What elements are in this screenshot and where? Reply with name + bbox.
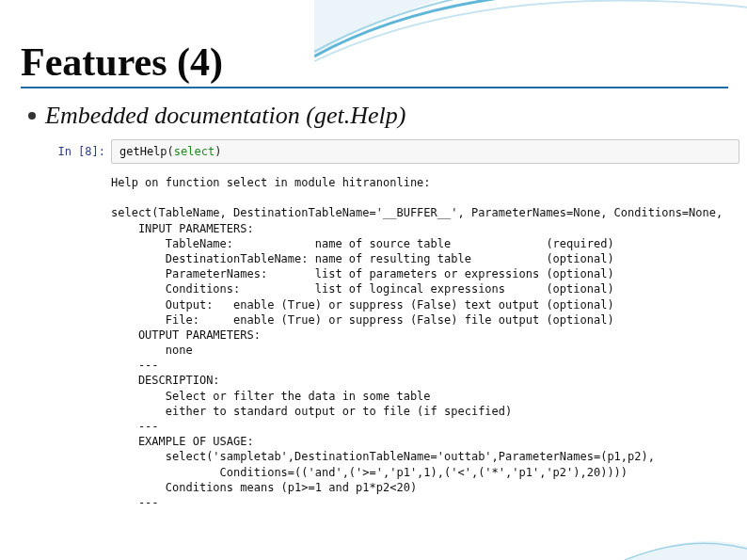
bullet-marker-icon	[28, 112, 36, 120]
bullet-item: Embedded documentation (get.Help)	[28, 102, 728, 130]
code-close-paren: )	[215, 145, 221, 158]
code-open-paren: (	[167, 145, 174, 158]
slide: Features (4) Embedded documentation (get…	[0, 0, 747, 560]
notebook-input-row: In [8]: getHelp(select)	[53, 139, 739, 164]
notebook-prompt: In [8]:	[53, 139, 111, 164]
bullet-text: Embedded documentation (get.Help)	[45, 102, 405, 130]
notebook-code: getHelp(select)	[111, 139, 739, 164]
code-argument: select	[174, 145, 215, 158]
notebook-output: Help on function select in module hitran…	[111, 164, 739, 510]
slide-title: Features (4)	[21, 40, 728, 88]
code-function: getHelp	[119, 145, 167, 158]
notebook-cell: In [8]: getHelp(select) Help on function…	[53, 139, 739, 510]
